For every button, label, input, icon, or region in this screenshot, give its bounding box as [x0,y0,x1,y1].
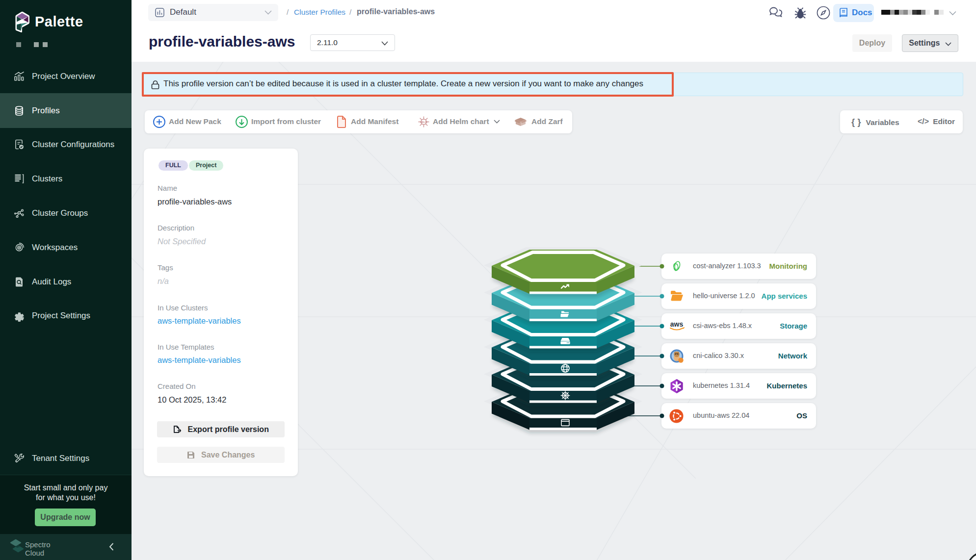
svg-text:HELM: HELM [420,121,427,124]
svg-text:aws: aws [670,320,684,328]
